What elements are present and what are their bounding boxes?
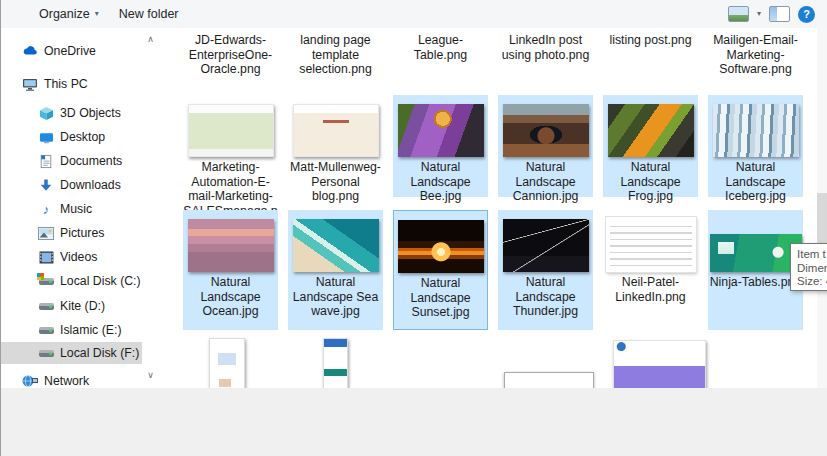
drive-icon bbox=[38, 322, 54, 338]
file-thumbnail-partial[interactable] bbox=[504, 372, 594, 388]
file-info-tooltip: Item t Dimen Size: 4 bbox=[790, 243, 827, 291]
thumbnail-view-icon[interactable] bbox=[728, 6, 749, 22]
desktop-icon bbox=[38, 129, 54, 145]
sidebar-item-kite-d[interactable]: Kite (D:) bbox=[1, 295, 142, 317]
sidebar-item-downloads[interactable]: Downloads bbox=[1, 174, 142, 196]
onedrive-cloud-icon bbox=[22, 43, 38, 59]
toolbar-right-group: ▾ ? bbox=[728, 6, 827, 23]
sidebar-item-music[interactable]: ♪ Music bbox=[1, 198, 142, 220]
sidebar-item-local-disk-c[interactable]: Local Disk (C:) bbox=[1, 270, 142, 292]
drive-icon bbox=[38, 345, 54, 361]
file-thumbnail bbox=[398, 104, 484, 157]
sidebar-item-pictures[interactable]: Pictures bbox=[1, 222, 142, 244]
file-item-selected[interactable]: Ninja-Tables.png bbox=[708, 210, 803, 330]
file-thumbnail bbox=[398, 220, 484, 273]
file-thumbnail bbox=[503, 219, 589, 272]
file-thumbnail bbox=[606, 217, 696, 272]
file-item[interactable]: JD-Edwards-EnterpriseOne-Oracle.png bbox=[183, 30, 278, 77]
file-item-selected[interactable]: Natural Landscape Iceberg.jpg bbox=[708, 95, 803, 197]
dialog-toolbar: Organize ▾ New folder ▾ ? bbox=[1, 0, 827, 29]
document-icon bbox=[38, 153, 54, 169]
tooltip-line: Size: 4 bbox=[797, 275, 827, 289]
dialog-footer: File name: "Natural Landscape Sunset.jpg… bbox=[1, 388, 827, 456]
file-item-selected[interactable]: Natural Landscape Cannion.jpg bbox=[498, 95, 593, 197]
system-drive-icon bbox=[38, 273, 54, 289]
file-item[interactable]: listing post.png bbox=[603, 30, 698, 48]
file-thumbnail bbox=[608, 104, 694, 157]
sidebar-item-desktop[interactable]: Desktop bbox=[1, 126, 142, 148]
file-thumbnail-partial[interactable] bbox=[209, 338, 245, 388]
file-thumbnail bbox=[293, 219, 379, 272]
file-item-selected[interactable]: Natural Landscape Thunder.jpg bbox=[498, 210, 593, 330]
file-thumbnail bbox=[503, 104, 589, 157]
views-dropdown-icon[interactable]: ▾ bbox=[757, 10, 761, 18]
sidebar-scrollbar[interactable]: ∧ ∨ bbox=[142, 28, 159, 388]
file-item-selected[interactable]: Natural Landscape Bee.jpg bbox=[393, 95, 488, 197]
file-thumbnail bbox=[710, 234, 802, 272]
sidebar-item-videos[interactable]: Videos bbox=[1, 246, 142, 268]
sidebar-item-3d-objects[interactable]: 3D Objects bbox=[1, 102, 142, 124]
cube-icon bbox=[38, 105, 54, 121]
file-thumbnail bbox=[188, 219, 274, 272]
file-item[interactable]: Matt-Mullenweg-Personal blog.png bbox=[288, 95, 383, 197]
tooltip-line: Dimen bbox=[797, 262, 827, 276]
new-folder-label: New folder bbox=[119, 7, 179, 21]
download-arrow-icon bbox=[38, 177, 54, 193]
browse-area: OneDrive This PC 3D Objects Desktop Docu… bbox=[1, 28, 827, 388]
video-icon bbox=[38, 249, 54, 265]
file-thumbnail-partial[interactable] bbox=[323, 338, 348, 388]
file-item[interactable]: landing page template selection.png bbox=[288, 30, 383, 77]
sidebar-item-onedrive[interactable]: OneDrive bbox=[1, 40, 142, 62]
scrollbar-thumb[interactable] bbox=[817, 193, 827, 243]
sidebar-item-documents[interactable]: Documents bbox=[1, 150, 142, 172]
picture-icon bbox=[38, 225, 54, 241]
sidebar-item-local-disk-f[interactable]: Local Disk (F:) bbox=[1, 342, 142, 364]
file-item-selected[interactable]: Natural Landscape Sea wave.jpg bbox=[288, 210, 383, 330]
navigation-pane: OneDrive This PC 3D Objects Desktop Docu… bbox=[1, 28, 142, 388]
scroll-up-icon[interactable]: ∧ bbox=[142, 34, 159, 44]
open-file-dialog: Organize ▾ New folder ▾ ? OneDrive This … bbox=[0, 0, 827, 456]
file-item[interactable]: Mailigen-Email-Marketing-Software.png bbox=[708, 30, 803, 77]
file-item[interactable]: Neil-Patel-LinkedIn.png bbox=[603, 210, 698, 330]
scroll-down-icon[interactable]: ∨ bbox=[142, 370, 159, 380]
organize-menu-button[interactable]: Organize ▾ bbox=[29, 0, 109, 28]
sidebar-item-this-pc[interactable]: This PC bbox=[1, 73, 142, 95]
music-note-icon: ♪ bbox=[38, 201, 54, 217]
file-item[interactable]: League- Table.png bbox=[393, 30, 488, 62]
organize-label: Organize bbox=[39, 7, 90, 21]
sidebar-item-islamic-e[interactable]: Islamic (E:) bbox=[1, 319, 142, 341]
content-scrollbar[interactable] bbox=[817, 28, 827, 388]
sidebar-item-network[interactable]: Network bbox=[1, 370, 142, 388]
file-list: JD-Edwards-EnterpriseOne-Oracle.png land… bbox=[159, 28, 827, 388]
file-thumbnail bbox=[293, 104, 379, 157]
file-item[interactable]: Marketing-Automation-E-mail-Marketing-SA… bbox=[183, 95, 278, 197]
drive-icon bbox=[38, 298, 54, 314]
file-thumbnail-partial[interactable] bbox=[613, 340, 706, 388]
chevron-down-icon: ▾ bbox=[95, 10, 99, 18]
file-item-selected[interactable]: Natural Landscape Ocean.jpg bbox=[183, 210, 278, 330]
file-thumbnail bbox=[713, 104, 799, 157]
network-icon bbox=[22, 373, 38, 388]
new-folder-button[interactable]: New folder bbox=[109, 0, 189, 28]
tooltip-line: Item t bbox=[797, 248, 827, 262]
computer-icon bbox=[22, 76, 38, 92]
file-thumbnail bbox=[188, 104, 274, 157]
preview-pane-icon[interactable] bbox=[769, 6, 790, 22]
file-item[interactable]: LinkedIn post using photo.png bbox=[498, 30, 593, 62]
file-item-focused[interactable]: Natural Landscape Sunset.jpg bbox=[393, 210, 488, 330]
file-item-selected[interactable]: Natural Landscape Frog.jpg bbox=[603, 95, 698, 197]
help-icon[interactable]: ? bbox=[798, 6, 815, 23]
